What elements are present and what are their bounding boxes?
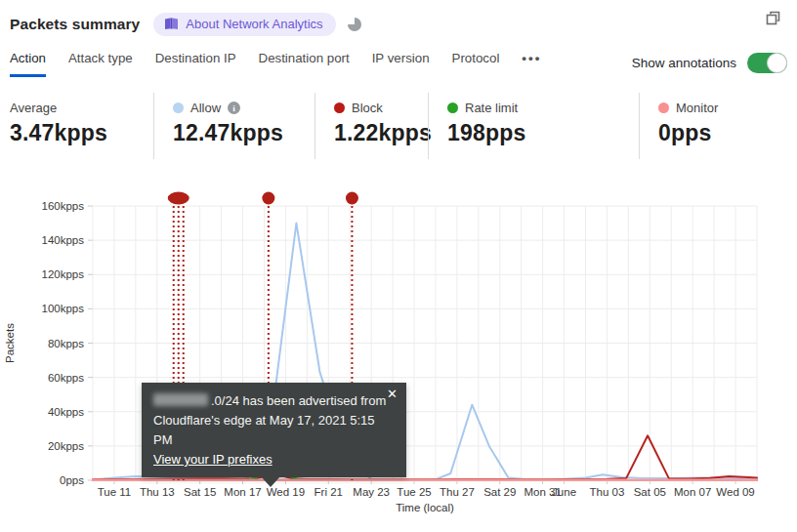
tab-destination-port[interactable]: Destination port bbox=[259, 51, 350, 74]
x-tick-label: Tue 25 bbox=[397, 486, 431, 498]
tooltip-line1: .0/24 has been advertised from bbox=[211, 393, 386, 408]
pie-chart-icon[interactable] bbox=[348, 18, 361, 31]
x-tick-label: Thu 27 bbox=[440, 486, 475, 498]
y-tick-label: 60kpps bbox=[48, 372, 84, 384]
x-tick-label: Wed 09 bbox=[716, 486, 754, 498]
tab-attack-type[interactable]: Attack type bbox=[68, 51, 133, 74]
page-title: Packets summary bbox=[10, 16, 140, 33]
stat-average-value: 3.47kpps bbox=[10, 120, 153, 146]
x-tick-label: Mon 17 bbox=[224, 486, 261, 498]
redacted-ip-prefix bbox=[153, 393, 208, 406]
dimension-tabs: Action Attack type Destination IP Destin… bbox=[10, 51, 787, 77]
view-ip-prefixes-link[interactable]: View your IP prefixes bbox=[153, 452, 273, 467]
x-tick-label: Sat 05 bbox=[634, 486, 666, 498]
packets-time-series-chart[interactable]: 0pps20kpps40kpps60kpps80kpps100kpps120kp… bbox=[0, 190, 797, 532]
y-axis-title: Packets bbox=[4, 323, 16, 363]
x-tick-label: Fri 21 bbox=[315, 486, 343, 498]
stat-block-value: 1.22kpps bbox=[334, 120, 428, 146]
stat-monitor-label: Monitor bbox=[676, 101, 718, 115]
tab-destination-ip[interactable]: Destination IP bbox=[155, 51, 236, 74]
toggle-knob bbox=[767, 53, 787, 73]
stat-average: Average 3.47kpps bbox=[10, 93, 153, 159]
x-tick-label: Sat 15 bbox=[184, 486, 216, 498]
allow-dot-icon bbox=[173, 102, 184, 113]
x-tick-label: June bbox=[552, 486, 576, 498]
annotation-cluster-marker[interactable] bbox=[168, 192, 189, 205]
show-annotations-label: Show annotations bbox=[632, 56, 736, 70]
block-dot-icon bbox=[334, 102, 345, 113]
y-tick-label: 20kpps bbox=[48, 440, 84, 452]
y-tick-label: 160kpps bbox=[42, 200, 85, 212]
annotation-marker[interactable] bbox=[346, 192, 358, 205]
stat-rate-limit-label: Rate limit bbox=[465, 101, 518, 115]
stat-allow-label: Allow bbox=[190, 101, 221, 115]
packets-summary-panel: { "header": { "title": "Packets summary"… bbox=[0, 0, 797, 532]
x-tick-label: Sat 29 bbox=[483, 486, 516, 498]
x-axis-title: Time (local) bbox=[396, 502, 454, 513]
y-tick-label: 120kpps bbox=[42, 268, 85, 280]
monitor-dot-icon bbox=[658, 102, 669, 113]
show-annotations-toggle[interactable] bbox=[747, 53, 787, 73]
stat-allow: Allow i 12.47kpps bbox=[153, 93, 315, 159]
about-badge-label: About Network Analytics bbox=[186, 17, 322, 31]
tab-ip-version[interactable]: IP version bbox=[372, 51, 430, 74]
book-icon bbox=[164, 18, 179, 30]
tooltip-arrow bbox=[261, 476, 280, 487]
annotation-marker[interactable] bbox=[262, 192, 274, 205]
y-tick-label: 0pps bbox=[60, 474, 84, 486]
y-tick-label: 140kpps bbox=[42, 234, 85, 246]
stats-legend-row: Average 3.47kpps Allow i 12.47kpps Block… bbox=[10, 93, 787, 159]
about-network-analytics-badge[interactable]: About Network Analytics bbox=[153, 13, 335, 36]
annotation-tooltip: ✕ .0/24 has been advertised from Cloudfl… bbox=[142, 383, 406, 477]
show-annotations-group: Show annotations bbox=[632, 53, 787, 73]
pop-out-icon[interactable] bbox=[765, 10, 781, 26]
stat-rate-limit-value: 198pps bbox=[447, 120, 639, 146]
stat-rate-limit: Rate limit 198pps bbox=[428, 93, 639, 159]
y-tick-label: 80kpps bbox=[48, 338, 84, 349]
stat-allow-value: 12.47kpps bbox=[173, 120, 315, 146]
panel-header: Packets summary About Network Analytics bbox=[10, 11, 764, 38]
x-tick-label: Thu 13 bbox=[140, 486, 175, 498]
info-icon[interactable]: i bbox=[228, 102, 240, 114]
x-tick-label: Tue 11 bbox=[98, 486, 132, 498]
tab-action[interactable]: Action bbox=[10, 51, 46, 77]
x-tick-label: Thu 03 bbox=[590, 486, 625, 498]
x-tick-label: May 23 bbox=[353, 486, 390, 498]
y-tick-label: 40kpps bbox=[48, 406, 84, 418]
tooltip-line2: Cloudflare's edge at May 17, 2021 5:15 P… bbox=[153, 413, 375, 447]
stat-block: Block 1.22kpps bbox=[315, 93, 428, 159]
y-tick-label: 100kpps bbox=[42, 303, 85, 314]
tooltip-close-icon[interactable]: ✕ bbox=[387, 388, 398, 400]
stat-monitor: Monitor 0pps bbox=[639, 93, 787, 159]
tab-protocol[interactable]: Protocol bbox=[452, 51, 500, 74]
stat-block-label: Block bbox=[352, 101, 383, 115]
stat-monitor-value: 0pps bbox=[658, 120, 787, 146]
rate-limit-dot-icon bbox=[447, 102, 458, 113]
stat-average-label: Average bbox=[10, 101, 57, 115]
x-tick-label: Mon 07 bbox=[674, 486, 711, 498]
x-tick-label: Wed 19 bbox=[267, 486, 305, 498]
tab-more-ellipsis[interactable]: ••• bbox=[522, 51, 541, 74]
